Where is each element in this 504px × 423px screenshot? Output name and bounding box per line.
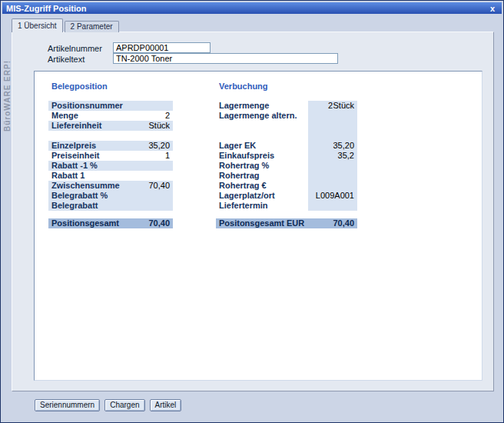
beleg-value: 1 <box>165 151 170 161</box>
artikeltext-label: Artikeltext <box>48 55 85 64</box>
verbuchung-rows: Lagermenge2StückLagermenge altern.Lager … <box>216 101 357 228</box>
verbuchung-spacer <box>216 131 357 141</box>
verbuchung-row: Rohertrag % <box>216 161 357 171</box>
button-seriennummern[interactable]: Seriennummern <box>35 399 100 411</box>
beleg-row: Rabatt 1 <box>48 171 173 181</box>
beleg-label: Rabatt 1 <box>51 171 85 181</box>
window-body: BüroWARE ERP! 1 Übersicht2 Parameter Art… <box>3 15 501 420</box>
title-bar: MIS-Zugriff Position x <box>2 2 502 14</box>
artikeltext-input[interactable] <box>113 53 338 64</box>
verbuchung-row: Lagermenge altern. <box>216 111 357 121</box>
artikelnummer-input[interactable] <box>113 42 211 53</box>
tab-1[interactable]: 1 Übersicht <box>12 18 63 32</box>
verbuchung-row: Rohertrag <box>216 171 357 181</box>
verbuchung-value: 35,20 <box>333 141 354 151</box>
verbuchung-row: Positonsgesamt EUR70,40 <box>216 218 357 228</box>
beleg-spacer <box>48 131 173 141</box>
verbuchung-label: Lager EK <box>219 141 256 151</box>
belegposition-header: Belegposition <box>51 82 108 91</box>
verbuchung-row: Lagermenge2Stück <box>216 101 357 111</box>
close-icon[interactable]: x <box>487 4 498 13</box>
beleg-value: 70,40 <box>148 181 170 191</box>
verbuchung-row: Liefertermin <box>216 201 357 211</box>
beleg-label: Liefereinheit <box>51 121 101 131</box>
beleg-label: Positionsgesamt <box>51 218 119 228</box>
verbuchung-label: Rohertrag % <box>219 161 269 171</box>
beleg-value: Stück <box>148 121 170 131</box>
window-title: MIS-Zugriff Position <box>6 4 487 13</box>
artikelnummer-label: Artikelnummer <box>48 44 102 53</box>
verbuchung-row <box>216 121 357 131</box>
button-chargen[interactable]: Chargen <box>104 399 144 411</box>
verbuchung-label: Einkaufspreis <box>219 151 274 161</box>
button-artikel[interactable]: Artikel <box>150 399 182 411</box>
beleg-value: 35,20 <box>148 141 170 151</box>
beleg-row: Positionsgesamt70,40 <box>48 218 173 228</box>
button-bar: SeriennummernChargenArtikel <box>35 399 181 411</box>
verbuchung-value: 35,2 <box>338 151 354 161</box>
position-detail-panel: Belegposition Verbuchung Positionsnummer… <box>34 71 482 381</box>
beleg-row: Menge2 <box>48 111 173 121</box>
beleg-label: Rabatt -1 % <box>51 161 98 171</box>
verbuchung-label: Lagermenge altern. <box>219 111 297 121</box>
verbuchung-row: Lagerplatz/ortL009A001 <box>216 191 357 201</box>
tab-bar: 1 Übersicht2 Parameter <box>12 18 121 32</box>
beleg-row: Belegrabatt % <box>48 191 173 201</box>
tab-page-uebersicht: Artikelnummer Artikeltext Belegposition … <box>12 32 494 391</box>
verbuchung-value: 70,40 <box>333 218 354 228</box>
tab-2[interactable]: 2 Parameter <box>65 21 119 32</box>
beleg-row: Preiseinheit1 <box>48 151 173 161</box>
beleg-spacer <box>48 211 173 218</box>
beleg-label: Preiseinheit <box>51 151 99 161</box>
beleg-label: Positionsnummer <box>51 101 123 111</box>
verbuchung-row: Einkaufspreis35,2 <box>216 151 357 161</box>
verbuchung-row: Lager EK35,20 <box>216 141 357 151</box>
verbuchung-label: Lagerplatz/ort <box>219 191 275 201</box>
beleg-value: 70,40 <box>148 218 170 228</box>
verbuchung-label: Rohertrag <box>219 171 260 181</box>
verbuchung-value: L009A001 <box>316 191 354 201</box>
verbuchung-label: Rohertrag € <box>219 181 267 191</box>
beleg-row: LiefereinheitStück <box>48 121 173 131</box>
beleg-row: Einzelpreis35,20 <box>48 141 173 151</box>
beleg-row: Zwischensumme70,40 <box>48 181 173 191</box>
beleg-label: Belegrabatt % <box>51 191 108 201</box>
beleg-row: Positionsnummer <box>48 101 173 111</box>
verbuchung-spacer <box>216 211 357 218</box>
beleg-label: Menge <box>51 111 78 121</box>
beleg-value: 2 <box>165 111 170 121</box>
dialog-window: MIS-Zugriff Position x BüroWARE ERP! 1 Ü… <box>0 0 504 423</box>
beleg-row: Belegrabatt <box>48 201 173 211</box>
verbuchung-label: Lagermenge <box>219 101 269 111</box>
belegposition-rows: PositionsnummerMenge2LiefereinheitStückE… <box>48 101 173 228</box>
beleg-label: Belegrabatt <box>51 201 98 211</box>
beleg-row: Rabatt -1 % <box>48 161 173 171</box>
beleg-label: Zwischensumme <box>51 181 120 191</box>
verbuchung-row: Rohertrag € <box>216 181 357 191</box>
verbuchung-header: Verbuchung <box>219 82 268 91</box>
verbuchung-unit: Stück <box>333 101 354 111</box>
verbuchung-label: Positonsgesamt EUR <box>219 218 304 228</box>
verbuchung-label: Liefertermin <box>219 201 268 211</box>
beleg-label: Einzelpreis <box>51 141 96 151</box>
